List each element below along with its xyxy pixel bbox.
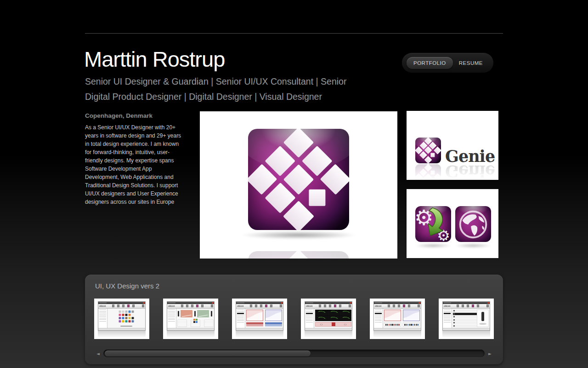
portfolio-thumbnail-audiogram-charts-with-controls-screen[interactable]: oticon xyxy=(370,299,425,339)
portfolio-thumbnail-audiogram-charts-with-tables-screen[interactable]: oticon xyxy=(232,299,287,339)
portfolio-thumbnail-dual-map-comparison-screen[interactable]: oticon xyxy=(163,299,218,339)
icon-shadow xyxy=(455,243,492,248)
about-section: Copenhagen, Denmark As a Senior UI/UX De… xyxy=(85,112,183,206)
tagline-line-1: Senior UI Designer & Guardian | Senior U… xyxy=(85,74,346,89)
header-divider xyxy=(85,33,503,34)
tagline-line-2: Digital Product Designer | Digital Desig… xyxy=(85,89,346,104)
page-title: Marttin Rostrup xyxy=(84,47,225,72)
icon-reflection xyxy=(248,234,349,259)
portfolio-thumbnail-session-list-with-device-screen[interactable]: oticon xyxy=(439,299,494,339)
location-heading: Copenhagen, Denmark xyxy=(85,112,183,119)
bio-text: As a Senior UI/UX Designer with 20+ year… xyxy=(85,123,183,206)
scroll-track[interactable] xyxy=(103,350,485,357)
main-showcase-image[interactable] xyxy=(200,111,397,259)
scrollbar-thumb[interactable] xyxy=(105,351,311,356)
thumbnail-preview: oticon xyxy=(167,301,215,331)
thumbnail-preview: oticon xyxy=(236,301,283,331)
green-download-arrow-icon xyxy=(415,206,451,242)
scrollbar: ◄ ► xyxy=(85,350,503,359)
thumbnail-reflection xyxy=(236,331,283,339)
tools-icons-image[interactable]: ⚙ ⚙ xyxy=(407,189,498,258)
purple-diamond-app-icon xyxy=(248,129,349,230)
close-icon xyxy=(212,302,214,304)
genie-logo-image[interactable]: Genie Genie xyxy=(407,111,498,180)
tagline: Senior UI Designer & Guardian | Senior U… xyxy=(85,74,346,104)
close-icon xyxy=(350,302,351,304)
genie-reflection: Genie xyxy=(415,164,495,190)
thumbnail-preview: oticon xyxy=(442,301,490,331)
thumbnail-reflection xyxy=(98,331,146,339)
thumbnail-reflection xyxy=(167,331,215,339)
close-icon xyxy=(418,302,420,304)
globe-icon xyxy=(455,206,491,242)
icon-shadow xyxy=(415,243,452,248)
main-nav: PORTFOLIO RESUME xyxy=(402,53,493,73)
close-icon xyxy=(143,302,145,304)
sync-gears-icon: ⚙ ⚙ xyxy=(415,206,451,242)
thumbnails-row: oticonoticonoticonoticonoticonoticon xyxy=(94,299,494,339)
genie-logo: Genie xyxy=(415,138,495,163)
nav-portfolio-button[interactable]: PORTFOLIO xyxy=(407,57,453,69)
close-icon xyxy=(281,302,283,304)
portfolio-thumbnail-products-icon-grid-screen[interactable]: oticon xyxy=(94,299,149,339)
thumbnail-reflection xyxy=(373,331,421,339)
portfolio-thumbnail-dark-fitting-gauges-screen[interactable]: oticon xyxy=(301,299,356,339)
page: Marttin Rostrup Senior UI Designer & Gua… xyxy=(0,0,588,368)
thumbnail-preview: oticon xyxy=(305,301,352,331)
portfolio-strip-panel: UI, UX Design vers 2 oticonoticonoticono… xyxy=(85,275,503,364)
nav-resume-button[interactable]: RESUME xyxy=(453,57,489,69)
genie-app-icon xyxy=(415,138,441,163)
scroll-right-arrow[interactable]: ► xyxy=(488,351,492,356)
close-icon xyxy=(487,302,489,304)
thumbnail-reflection xyxy=(305,331,352,339)
thumbnail-preview: oticon xyxy=(373,301,421,331)
genie-wordmark: Genie xyxy=(445,150,495,163)
thumbnail-preview: oticon xyxy=(98,301,146,331)
strip-title: UI, UX Design vers 2 xyxy=(95,282,159,290)
scroll-left-arrow[interactable]: ◄ xyxy=(96,351,100,356)
globe-app-icon xyxy=(455,206,491,242)
thumbnail-reflection xyxy=(442,331,490,339)
